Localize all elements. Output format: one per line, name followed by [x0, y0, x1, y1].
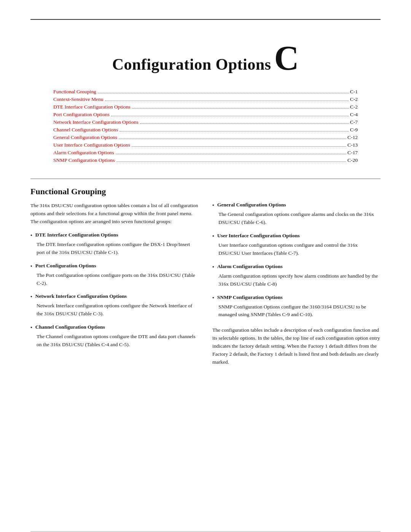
bullet-body-text: SNMP Configuration Options configure the…	[218, 303, 381, 319]
bullet-heading-text: DTE Interface Configuration Options	[35, 232, 118, 238]
bullet-icon: •	[30, 263, 32, 269]
toc-link[interactable]: Functional Grouping	[53, 89, 96, 95]
toc-dots	[119, 139, 346, 139]
chapter-title: Configuration Options	[112, 55, 271, 73]
toc-dots	[132, 146, 346, 147]
closing-text: The configuration tables include a descr…	[212, 326, 381, 366]
bullet-heading: •Alarm Configuration Options	[212, 264, 381, 270]
bullet-icon: •	[212, 202, 214, 208]
chapter-header: Configuration Options C	[30, 43, 381, 73]
bullet-icon: •	[30, 232, 32, 238]
bullet-heading: •User Interface Configuration Options	[212, 233, 381, 239]
bullet-body-text: The Port configuration options configure…	[37, 272, 199, 288]
bullet-heading: •General Configuration Options	[212, 202, 381, 208]
toc-dots	[116, 161, 346, 162]
toc-page: C-12	[347, 134, 358, 141]
toc-entry: Network Interface Configuration OptionsC…	[53, 119, 358, 125]
bullet-heading-text: Alarm Configuration Options	[217, 264, 283, 270]
bullet-icon: •	[212, 295, 214, 301]
right-column: •General Configuration OptionsThe Genera…	[212, 202, 381, 366]
toc-entry: Alarm Configuration OptionsC-17	[53, 150, 358, 156]
toc-link[interactable]: Channel Configuration Options	[53, 127, 118, 133]
bullet-icon: •	[30, 324, 32, 331]
toc-entry: Context-Sensitive MenuC-2	[53, 96, 358, 102]
toc-page: C-13	[347, 142, 358, 148]
toc-entry: DTE Interface Configuration OptionsC-2	[53, 104, 358, 110]
toc-page: C-20	[347, 157, 358, 163]
toc-page: C-2	[350, 96, 358, 102]
toc-page: C-4	[350, 112, 358, 118]
bullet-body-text: Alarm configuration options specify how …	[218, 272, 381, 288]
bullet-body-text: The DTE Interface configuration options …	[37, 241, 199, 257]
bullet-heading-text: Channel Configuration Options	[35, 324, 105, 330]
toc-dots	[132, 108, 349, 109]
bullet-icon: •	[212, 233, 214, 239]
toc-entry: Channel Configuration OptionsC-9	[53, 127, 358, 133]
toc-page: C-9	[350, 127, 358, 133]
toc-link[interactable]: SNMP Configuration Options	[53, 157, 115, 163]
toc-dots	[116, 154, 346, 154]
bullet-icon: •	[30, 294, 32, 300]
toc-page: C-17	[347, 150, 358, 156]
bullet-heading-text: User Interface Configuration Options	[217, 233, 300, 239]
bullet-section: •Channel Configuration OptionsThe Channe…	[30, 324, 199, 349]
toc-dots	[119, 131, 349, 131]
chapter-letter: C	[274, 43, 299, 73]
bullet-section: •Port Configuration OptionsThe Port conf…	[30, 263, 199, 288]
toc-dots	[105, 101, 349, 101]
bullet-heading-text: Port Configuration Options	[35, 263, 96, 269]
toc-entry: Port Configuration OptionsC-4	[53, 112, 358, 118]
two-column-layout: The 316x DSU/CSU configuration option ta…	[30, 202, 381, 366]
bullet-heading: •Network Interface Configuration Options	[30, 293, 199, 300]
bullet-icon: •	[212, 264, 214, 270]
section-title: Functional Grouping	[30, 187, 381, 197]
bullet-section: •SNMP Configuration OptionsSNMP Configur…	[212, 294, 381, 319]
bullet-body-text: The General configuration options config…	[218, 211, 381, 227]
left-column: The 316x DSU/CSU configuration option ta…	[30, 202, 199, 366]
bullet-heading: •SNMP Configuration Options	[212, 294, 381, 301]
bullet-body-text: The Channel configuration options config…	[37, 333, 199, 349]
top-rule	[30, 19, 381, 20]
page: Configuration Options C Functional Group…	[0, 19, 411, 532]
bullet-section: •Alarm Configuration OptionsAlarm config…	[212, 264, 381, 288]
toc-entry: User Interface Configuration OptionsC-13	[53, 142, 358, 148]
toc-link[interactable]: Alarm Configuration Options	[53, 150, 114, 156]
right-bullets: •General Configuration OptionsThe Genera…	[212, 202, 381, 319]
toc-dots	[111, 116, 349, 116]
toc-page: C-7	[350, 119, 358, 125]
bullet-heading: •Channel Configuration Options	[30, 324, 199, 331]
table-of-contents: Functional GroupingC-1Context-Sensitive …	[53, 89, 358, 163]
intro-text: The 316x DSU/CSU configuration option ta…	[30, 202, 199, 226]
toc-link[interactable]: User Interface Configuration Options	[53, 142, 130, 148]
toc-page: C-1	[350, 89, 358, 95]
bullet-heading: •DTE Interface Configuration Options	[30, 232, 199, 238]
bullet-heading-text: General Configuration Options	[217, 202, 286, 208]
toc-entry: SNMP Configuration OptionsC-20	[53, 157, 358, 163]
left-bullets: •DTE Interface Configuration OptionsThe …	[30, 232, 199, 349]
toc-entry: Functional GroupingC-1	[53, 89, 358, 95]
bullet-section: •User Interface Configuration OptionsUse…	[212, 233, 381, 257]
toc-link[interactable]: General Configuration Options	[53, 134, 117, 141]
toc-link[interactable]: Port Configuration Options	[53, 112, 110, 118]
toc-link[interactable]: Context-Sensitive Menu	[53, 96, 104, 102]
bullet-section: •Network Interface Configuration Options…	[30, 293, 199, 318]
section-divider	[30, 179, 381, 179]
toc-link[interactable]: DTE Interface Configuration Options	[53, 104, 131, 110]
toc-link[interactable]: Network Interface Configuration Options	[53, 119, 139, 125]
toc-page: C-2	[350, 104, 358, 110]
bullet-heading: •Port Configuration Options	[30, 263, 199, 269]
toc-dots	[98, 93, 349, 93]
bullet-heading-text: Network Interface Configuration Options	[35, 293, 127, 299]
bullet-section: •General Configuration OptionsThe Genera…	[212, 202, 381, 227]
toc-dots	[140, 123, 349, 124]
bullet-heading-text: SNMP Configuration Options	[217, 294, 283, 300]
bullet-body-text: User Interface configuration options con…	[218, 241, 381, 257]
bullet-body-text: Network Interface configuration options …	[37, 302, 199, 318]
toc-entry: General Configuration OptionsC-12	[53, 134, 358, 141]
bullet-section: •DTE Interface Configuration OptionsThe …	[30, 232, 199, 257]
